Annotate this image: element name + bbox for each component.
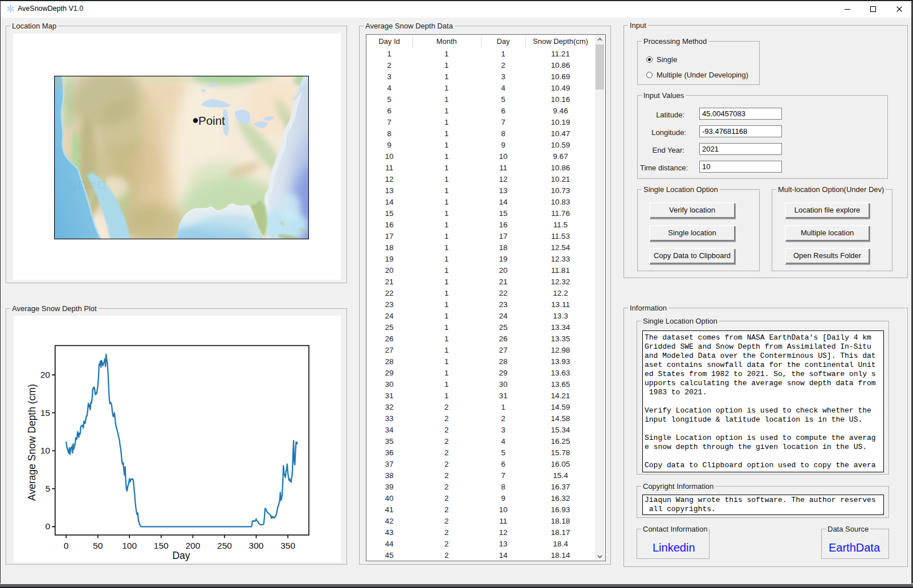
svg-text:0: 0 bbox=[64, 541, 69, 550]
svg-text:Average Snow Depth (cm): Average Snow Depth (cm) bbox=[26, 384, 38, 501]
svg-text:150: 150 bbox=[154, 541, 169, 550]
svg-text:Day: Day bbox=[172, 550, 190, 561]
svg-text:5: 5 bbox=[45, 484, 50, 493]
svg-text:20: 20 bbox=[40, 370, 51, 379]
svg-text:0: 0 bbox=[45, 521, 50, 531]
svg-text:Point: Point bbox=[198, 114, 225, 127]
svg-text:300: 300 bbox=[249, 541, 264, 550]
svg-text:350: 350 bbox=[280, 541, 295, 550]
svg-text:15: 15 bbox=[40, 408, 50, 418]
svg-text:50: 50 bbox=[93, 541, 103, 550]
svg-text:200: 200 bbox=[185, 541, 200, 550]
svg-text:250: 250 bbox=[217, 541, 232, 550]
svg-text:10: 10 bbox=[40, 446, 51, 455]
svg-text:100: 100 bbox=[122, 541, 137, 550]
